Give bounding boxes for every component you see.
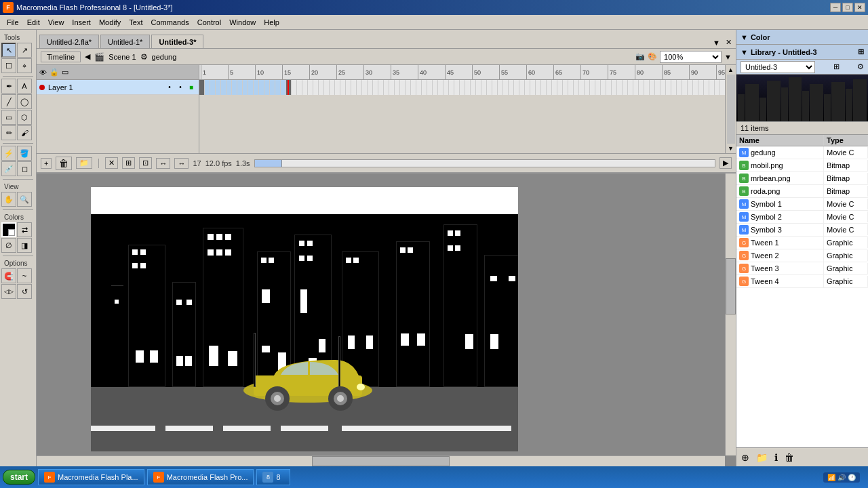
frame-cell-11[interactable] — [254, 80, 259, 95]
frame-cell-14[interactable] — [270, 80, 275, 95]
taskbar-item-2[interactable]: F Macromedia Flash Pro... — [147, 469, 254, 485]
eyedropper-tool[interactable]: 💉 — [1, 161, 16, 176]
frame-cell-78[interactable] — [617, 80, 623, 95]
menu-text[interactable]: Text — [125, 17, 146, 28]
hand-tool[interactable]: ✋ — [1, 192, 16, 207]
library-file-select[interactable]: Untitled-3 — [741, 61, 815, 73]
properties-btn[interactable]: ℹ — [772, 451, 780, 464]
frame-cell-16[interactable] — [281, 80, 286, 95]
lib-row-10[interactable]: G Tween 4 Graphic — [736, 275, 868, 288]
frame-cell-7[interactable] — [232, 80, 237, 95]
library-settings-btn[interactable]: ⚙ — [857, 62, 864, 71]
frame-cell-86[interactable] — [660, 80, 666, 95]
frame-cell-62[interactable] — [530, 80, 536, 95]
tab-pin-button[interactable]: ✕ — [724, 37, 733, 48]
frame-cell-54[interactable] — [487, 80, 492, 95]
frame-cell-67[interactable] — [557, 80, 563, 95]
frame-tools-btn3[interactable]: ↔ — [156, 158, 170, 169]
collapse-icon[interactable]: ▼ — [741, 33, 748, 41]
frame-cell-52[interactable] — [476, 80, 481, 95]
frame-cell-28[interactable] — [346, 80, 351, 95]
select-tool[interactable]: ↖ — [1, 43, 16, 58]
rotate-btn[interactable]: ↺ — [17, 284, 32, 299]
library-collapse-icon[interactable]: ▼ — [741, 48, 748, 56]
frame-cell-23[interactable] — [319, 80, 324, 95]
scroll-right-btn[interactable]: ▶ — [719, 157, 732, 169]
tab-untitled2[interactable]: Untitled-2.fla* — [39, 35, 99, 48]
frame-cell-90[interactable] — [682, 80, 688, 95]
poly-tool[interactable]: ⬡ — [17, 110, 32, 125]
frame-cell-49[interactable] — [460, 80, 465, 95]
snap-to-btn[interactable]: 📷 — [635, 52, 645, 61]
frame-cell-13[interactable] — [264, 80, 270, 95]
lib-row-6[interactable]: M Symbol 3 Movie C — [736, 224, 868, 237]
frame-cell-38[interactable] — [400, 80, 406, 95]
frame-cell-15[interactable] — [275, 80, 281, 95]
minimize-button[interactable]: ─ — [830, 3, 841, 12]
frame-cell-35[interactable] — [384, 80, 389, 95]
lib-row-0[interactable]: M gedung Movie C — [736, 146, 868, 159]
frame-cell-89[interactable] — [677, 80, 682, 95]
lib-row-2[interactable]: B mrbean.png Bitmap — [736, 172, 868, 185]
frame-cell-95[interactable] — [709, 80, 715, 95]
frame-cell-32[interactable] — [368, 80, 373, 95]
frame-cell-91[interactable] — [688, 80, 693, 95]
taskbar-item-3[interactable]: 8 8 — [256, 469, 290, 485]
zoom-dropdown-icon[interactable]: ▼ — [724, 53, 732, 61]
layer-folder-btn[interactable]: 📁 — [76, 157, 92, 169]
onion-btn[interactable]: ◁▷ — [1, 284, 16, 299]
start-button[interactable]: start — [3, 470, 35, 485]
frame-cell-97[interactable] — [720, 80, 725, 95]
frame-cell-51[interactable] — [471, 80, 476, 95]
layer-lock-btn[interactable]: • — [176, 83, 185, 92]
tab-close-button[interactable]: ▼ — [711, 37, 722, 48]
frame-cell-63[interactable] — [536, 80, 541, 95]
add-layer-btn[interactable]: + — [41, 158, 52, 169]
frame-cell-45[interactable] — [438, 80, 443, 95]
menu-file[interactable]: File — [3, 17, 23, 28]
frame-cell-20[interactable] — [302, 80, 308, 95]
frame-cell-25[interactable] — [330, 80, 335, 95]
frame-cell-93[interactable] — [698, 80, 704, 95]
frame-tools-btn2[interactable]: ⊡ — [139, 157, 152, 169]
frame-cell-56[interactable] — [498, 80, 503, 95]
frame-cell-76[interactable] — [606, 80, 612, 95]
ink-tool[interactable]: ⚡ — [1, 146, 16, 161]
frame-cell-82[interactable] — [639, 80, 644, 95]
frame-cell-12[interactable] — [259, 80, 264, 95]
stage-area[interactable] — [37, 174, 736, 466]
frame-tools-btn4[interactable]: ↔ — [174, 158, 189, 169]
frame-cell-47[interactable] — [449, 80, 454, 95]
frame-cell-79[interactable] — [623, 80, 628, 95]
scroll-down-btn[interactable]: ▼ — [728, 145, 734, 152]
frame-cell-1[interactable] — [199, 80, 205, 95]
oval-tool[interactable]: ◯ — [17, 94, 32, 109]
zoom-tool[interactable]: 🔍 — [17, 192, 32, 207]
frame-cell-37[interactable] — [395, 80, 400, 95]
new-symbol-btn[interactable]: ⊕ — [739, 451, 751, 464]
frame-cell-88[interactable] — [671, 80, 677, 95]
playback-bar[interactable] — [254, 159, 715, 167]
lib-row-3[interactable]: B roda.png Bitmap — [736, 185, 868, 198]
menu-insert[interactable]: Insert — [68, 17, 95, 28]
frame-cell-75[interactable] — [601, 80, 606, 95]
frame-cell-26[interactable] — [335, 80, 340, 95]
frame-cell-24[interactable] — [324, 80, 330, 95]
frame-cell-80[interactable] — [628, 80, 633, 95]
lib-row-1[interactable]: B mobil.png Bitmap — [736, 159, 868, 172]
lasso-tool[interactable]: ⌖ — [17, 58, 32, 73]
frame-cell-4[interactable] — [216, 80, 221, 95]
delete-item-btn[interactable]: 🗑 — [783, 451, 796, 464]
transform-tool[interactable]: ☐ — [1, 58, 16, 73]
frame-cell-50[interactable] — [465, 80, 471, 95]
frame-cell-74[interactable] — [595, 80, 601, 95]
frame-cell-36[interactable] — [389, 80, 395, 95]
frame-cell-6[interactable] — [226, 80, 232, 95]
timeline-button[interactable]: Timeline — [41, 52, 81, 62]
close-button[interactable]: ✕ — [854, 3, 865, 12]
tab-untitled1[interactable]: Untitled-1* — [100, 35, 150, 48]
frame-cell-83[interactable] — [644, 80, 650, 95]
frame-cell-66[interactable] — [552, 80, 557, 95]
rect-tool[interactable]: ▭ — [1, 110, 16, 125]
zoom-select[interactable]: 100% 50% 200% Fit in Window — [660, 51, 722, 63]
